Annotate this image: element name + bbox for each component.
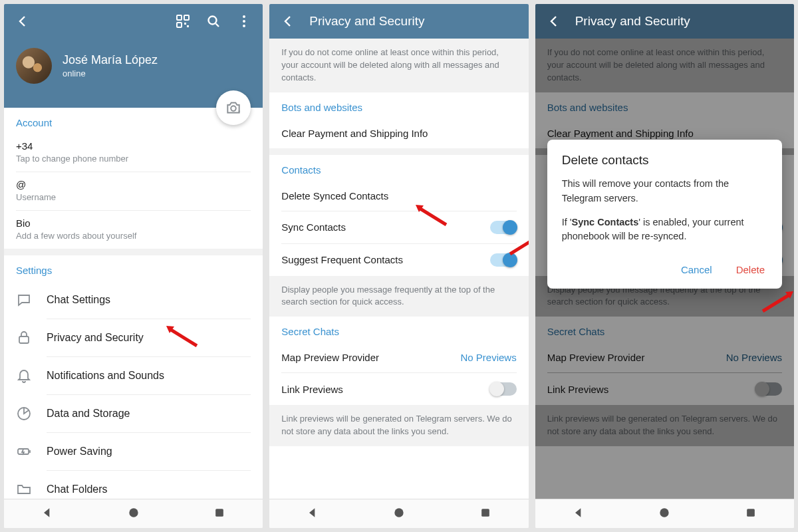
sync-contacts-toggle[interactable] [490,221,517,234]
navbar [535,499,794,528]
avatar[interactable] [16,48,52,84]
lock-icon [16,330,32,346]
nav-back-icon[interactable] [572,506,585,522]
username-item[interactable]: @ Username [4,172,263,210]
folder-icon [16,481,32,497]
content: If you do not come online at least once … [269,39,528,499]
svg-rect-1 [184,15,189,20]
section-contacts: Contacts [269,155,528,181]
clear-payment-row[interactable]: Clear Payment and Shipping Info [269,118,528,148]
svg-rect-10 [19,336,29,343]
settings-folders[interactable]: Chat Folders [4,471,263,499]
screen-privacy-security: Privacy and Security If you do not come … [269,4,528,528]
info-links: Link previews will be generated on Teleg… [269,405,528,446]
link-previews-toggle[interactable] [490,382,517,396]
section-secret: Secret Chats [269,317,528,342]
nav-recents-icon[interactable] [744,506,757,522]
header: Privacy and Security [269,4,528,39]
suggest-frequent-row[interactable]: Suggest Frequent Contacts [269,244,528,276]
nav-back-icon[interactable] [41,506,54,522]
header: Privacy and Security [535,4,794,39]
svg-point-15 [394,508,403,517]
svg-point-6 [243,15,245,18]
svg-point-7 [243,20,245,23]
info-auto-delete: If you do not come online at least once … [269,39,528,92]
page-title: Privacy and Security [309,14,517,29]
bio-item[interactable]: Bio Add a few words about yourself [4,211,263,249]
svg-point-8 [243,25,245,27]
back-icon[interactable] [546,13,562,29]
nav-recents-icon[interactable] [479,506,492,522]
svg-point-13 [129,508,138,517]
nav-back-icon[interactable] [306,506,319,522]
settings-privacy[interactable]: Privacy and Security [4,319,263,356]
suggest-frequent-toggle[interactable] [490,253,517,267]
section-bots: Bots and websites [269,92,528,118]
delete-button[interactable]: Delete [733,259,767,281]
settings-data[interactable]: Data and Storage [4,395,263,432]
link-previews-row[interactable]: Link Previews [269,373,528,405]
dialog-body: This will remove your contacts from the … [562,177,767,244]
more-icon[interactable] [236,13,252,29]
screen-delete-dialog: Privacy and Security If you do not come … [535,4,794,528]
svg-point-5 [209,17,217,25]
profile-name: José María López [63,53,158,67]
svg-rect-16 [481,509,489,517]
svg-rect-18 [747,509,755,517]
nav-recents-icon[interactable] [213,506,226,522]
delete-synced-row[interactable]: Delete Synced Contacts [269,181,528,211]
battery-icon [16,444,32,460]
map-preview-value: No Previews [460,352,516,363]
settings-power[interactable]: Power Saving [4,433,263,470]
dialog-title: Delete contacts [562,153,767,168]
cancel-button[interactable]: Cancel [678,259,715,281]
svg-rect-0 [177,15,182,20]
nav-home-icon[interactable] [658,506,671,522]
phone-item[interactable]: +34 Tap to change phone number [4,134,263,172]
camera-button[interactable] [216,90,251,125]
navbar [4,499,263,528]
bell-icon [16,368,32,384]
profile-status: online [63,68,158,78]
settings-notifications[interactable]: Notifications and Sounds [4,357,263,394]
map-preview-row[interactable]: Map Preview Provider No Previews [269,342,528,372]
svg-rect-2 [177,23,182,27]
nav-home-icon[interactable] [127,506,140,522]
svg-point-17 [660,508,669,517]
screen-profile-settings: José María López online Account +34 Tap … [4,4,263,528]
nav-home-icon[interactable] [392,506,406,522]
navbar [269,499,528,528]
search-icon[interactable] [205,13,221,29]
settings-chat[interactable]: Chat Settings [4,281,263,319]
pie-icon [16,406,32,422]
content: Account +34 Tap to change phone number @… [4,108,263,499]
chat-icon [16,292,32,308]
svg-rect-3 [184,23,186,25]
svg-rect-14 [216,509,224,517]
info-frequent: Display people you message frequently at… [269,276,528,317]
back-icon[interactable] [280,13,296,29]
svg-rect-4 [187,25,189,27]
sync-contacts-row[interactable]: Sync Contacts [269,211,528,243]
back-icon[interactable] [15,13,31,29]
svg-point-9 [231,106,237,111]
page-title: Privacy and Security [575,14,783,29]
qr-icon[interactable] [175,13,191,29]
section-settings: Settings [4,255,263,281]
delete-contacts-dialog: Delete contacts This will remove your co… [547,140,782,289]
